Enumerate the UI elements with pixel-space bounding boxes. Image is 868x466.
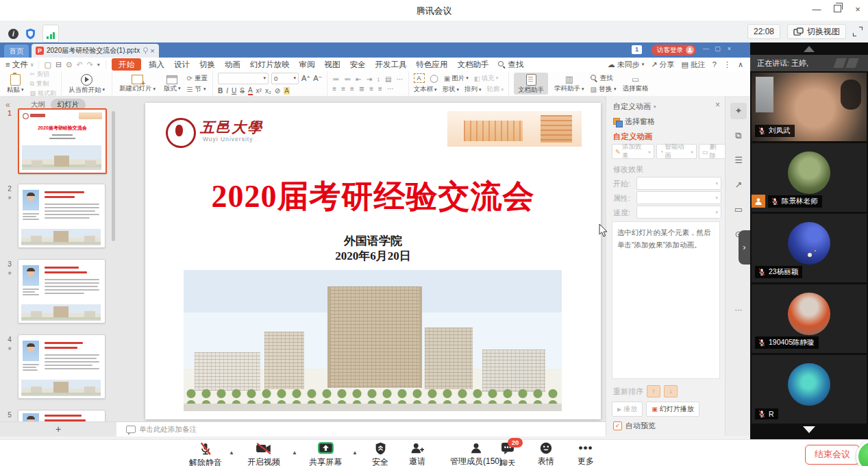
menu-tab-animation[interactable]: 动画	[220, 60, 245, 70]
add-effect-button[interactable]: ✎ 添加效果 ▾	[612, 144, 654, 159]
video-tile[interactable]: R	[752, 355, 867, 424]
increase-font-button[interactable]: A⁺	[301, 74, 310, 83]
slideshow-play-button[interactable]: ▣ 幻灯片播放	[646, 402, 699, 417]
restore-button[interactable]	[830, 3, 845, 16]
menu-tab-design[interactable]: 设计	[169, 60, 195, 70]
textbox-icon[interactable]: A	[414, 73, 425, 83]
replace-button[interactable]: ▨替换▾	[591, 85, 617, 94]
properties-tool-icon[interactable]: ☰	[730, 152, 747, 169]
doc-assistant-button[interactable]: 文档助手	[514, 73, 548, 95]
slide-thumbnail-5[interactable]	[18, 410, 106, 421]
play-animation-button[interactable]: ▶ 播放	[612, 402, 643, 417]
strike-button[interactable]: S	[240, 87, 245, 95]
start-select[interactable]: ▾	[636, 177, 721, 190]
outdent-icon[interactable]: ⇤	[356, 75, 361, 83]
share-button[interactable]: ↗ 分享	[651, 60, 674, 70]
menu-tab-review[interactable]: 审阅	[294, 60, 319, 70]
print-icon[interactable]: ⊟	[55, 60, 62, 69]
indent-icon[interactable]: ⇥	[367, 75, 372, 83]
smart-animation-button[interactable]: ◔ 智能动画 ▾	[656, 144, 697, 159]
justify-icon[interactable]: ≣	[359, 85, 364, 93]
menu-tab-insert[interactable]: 插入	[144, 60, 169, 70]
menu-tab-slideshow[interactable]: 幻灯片放映	[245, 60, 295, 70]
subscript-button[interactable]: x₂	[265, 87, 271, 95]
wps-count-badge[interactable]: 1	[632, 45, 642, 54]
numbering-icon[interactable]: ≕	[344, 75, 351, 83]
close-button[interactable]: ×	[850, 3, 865, 16]
network-signal-icon[interactable]	[42, 25, 59, 42]
menu-search[interactable]: 查找	[493, 60, 528, 70]
mic-options-caret[interactable]: ▲	[229, 450, 234, 456]
preview-icon[interactable]: ⊙	[66, 60, 72, 69]
switch-view-button[interactable]: 切换视图	[787, 24, 846, 39]
more-menu-icon[interactable]: ⋮	[723, 60, 731, 69]
redo-icon[interactable]: ↷	[87, 60, 93, 69]
security-button[interactable]: 安全	[364, 442, 396, 466]
emoji-button[interactable]: 表情	[530, 442, 562, 466]
start-video-button[interactable]: 开启视频	[243, 442, 284, 466]
video-tile[interactable]: 23杨丽颖	[752, 214, 867, 282]
guest-login-button[interactable]: 访客登录	[652, 45, 696, 56]
font-size-combo[interactable]: 0▾	[271, 73, 299, 84]
selection-pane-button[interactable]: ▭ 选择窗格	[621, 75, 651, 93]
delete-effect-button[interactable]: ▭ 删除	[699, 144, 726, 159]
scroll-up-arrow[interactable]	[804, 46, 815, 52]
meeting-info-icon[interactable]: i	[8, 29, 18, 39]
arrange-button[interactable]: 排列▾	[464, 85, 482, 94]
section-button[interactable]: ☰节▾	[187, 85, 208, 94]
columns-icon[interactable]: ≡	[378, 85, 382, 93]
video-tile[interactable]: 刘凤武	[752, 73, 867, 141]
align-center-icon[interactable]: ≡	[341, 85, 345, 93]
slide-thumbnail-1[interactable]: 2020届考研经验交流会	[18, 108, 107, 174]
share-screen-button[interactable]: 共享屏幕	[305, 442, 346, 466]
font-family-combo[interactable]: ▾	[218, 73, 269, 84]
comment-button[interactable]: ▤ 批注	[681, 60, 705, 70]
sync-status[interactable]: ☁ 未同步 ▾	[608, 60, 645, 70]
selection-pane-link[interactable]: 选择窗格	[613, 116, 655, 127]
close-panel-icon[interactable]: ×	[715, 100, 720, 110]
menu-tab-security[interactable]: 安全	[345, 60, 370, 70]
share-options-caret[interactable]: ▲	[352, 450, 358, 456]
wps-close-icon[interactable]: ×	[725, 45, 734, 52]
bold-button[interactable]: B	[218, 87, 223, 95]
doc-tab-close-icon[interactable]: ×	[150, 47, 154, 54]
expand-panel-tab[interactable]: ›	[739, 230, 750, 265]
more-button[interactable]: ••• 更多	[570, 442, 602, 466]
wps-minimize-icon[interactable]: —	[702, 45, 710, 52]
end-meeting-button[interactable]: 结束会议	[805, 445, 860, 465]
thumbnail-scrollbar[interactable]	[112, 111, 115, 241]
slides-tool-icon[interactable]: ⧉	[730, 127, 747, 144]
align-right-icon[interactable]: ≡	[350, 85, 354, 93]
new-slide-button[interactable]: 新建幻灯片▾	[117, 75, 158, 92]
unmute-button[interactable]: 解除静音	[185, 442, 226, 466]
slide-canvas[interactable]: 五邑大學 Wuyi University 2020届考研经验交流会 外国语学院 …	[145, 103, 601, 419]
new-tab-button[interactable]: +	[130, 45, 136, 56]
video-tile[interactable]: 陈景林老师	[752, 143, 867, 212]
layout-button[interactable]: 版式▾	[162, 75, 183, 92]
reorder-down-button[interactable]: ↓	[664, 385, 678, 397]
speed-select[interactable]: ▾	[636, 206, 721, 219]
auto-preview-checkbox[interactable]: ✓ 自动预览	[613, 421, 656, 431]
file-menu[interactable]: ≡ 文件 ∨	[0, 60, 38, 70]
slide-thumbnail-2[interactable]	[18, 184, 106, 248]
fullscreen-button[interactable]	[853, 27, 863, 36]
export-tool-icon[interactable]: ↗	[730, 177, 747, 193]
italic-button[interactable]: I	[226, 87, 228, 95]
pin-icon[interactable]	[142, 47, 147, 54]
textbox-button[interactable]: 文本框▾	[414, 85, 437, 94]
fill-button[interactable]: ◧填充▾	[474, 74, 499, 83]
collapse-ribbon-icon[interactable]: ∧	[738, 60, 743, 69]
add-slide-button[interactable]: +	[0, 422, 116, 437]
floating-app-icon[interactable]	[856, 440, 868, 466]
help-icon[interactable]: ?	[712, 60, 717, 69]
menu-tab-devtools[interactable]: 开发工具	[370, 60, 411, 70]
superscript-button[interactable]: x²	[256, 87, 262, 95]
reorder-up-button[interactable]: ↑	[647, 385, 660, 397]
picture-button[interactable]: ▣图片▾	[444, 74, 469, 83]
align-left-icon[interactable]: ≡	[332, 85, 336, 93]
notes-placeholder[interactable]: 单击此处添加备注	[116, 425, 197, 434]
cut-button[interactable]: ✂剪切	[30, 70, 57, 79]
undo-icon[interactable]: ↶	[76, 60, 82, 69]
bullets-icon[interactable]: ≔	[332, 75, 339, 83]
minimize-button[interactable]: —	[809, 3, 824, 16]
